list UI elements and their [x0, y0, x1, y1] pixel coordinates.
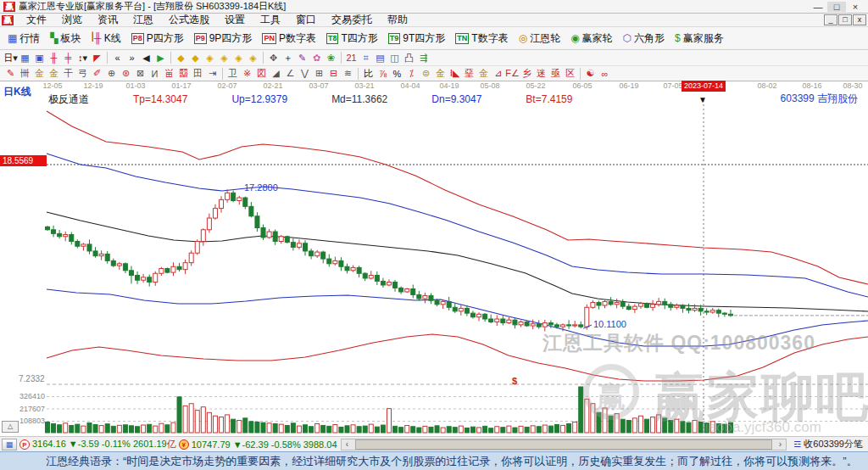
map-tool[interactable]: 図 — [254, 67, 269, 81]
hexagon-button[interactable]: ⬡六角形 — [619, 30, 669, 48]
angle-fan-tool[interactable]: ⊿ — [491, 67, 505, 81]
kline-style-icon[interactable]: ╫ — [47, 51, 61, 64]
mdi-restore-button[interactable]: □ — [838, 14, 852, 25]
gann-diamond-2-button[interactable]: ◆ — [188, 51, 203, 64]
band-tool[interactable]: 卫 — [225, 67, 240, 81]
menu-公式选股[interactable]: 公式选股 — [161, 14, 217, 25]
lattice-tool[interactable]: ⊞ — [312, 67, 326, 81]
window-layout-icon[interactable]: ▦ — [18, 51, 32, 64]
scale-dropdown[interactable]: ↕▾ — [75, 51, 90, 64]
infinity-icon[interactable]: ∞ — [598, 67, 612, 81]
mdi-close-button[interactable]: x — [853, 14, 866, 25]
fence-tool[interactable]: 羀 — [176, 67, 191, 81]
crosshair-button[interactable]: ＋ — [281, 51, 295, 64]
first-bar-button[interactable]: « — [110, 51, 125, 64]
grid-frame-tool[interactable]: 田 — [191, 67, 205, 81]
kline-style2-icon[interactable]: ╪ — [61, 51, 75, 64]
indicator-flag-icon[interactable]: ◤ — [90, 51, 104, 64]
hatch-tool[interactable]: 卌 — [18, 67, 32, 81]
chart-horizontal-scrollbar[interactable]: ‹ › — [341, 439, 787, 450]
menu-工具[interactable]: 工具 — [253, 14, 288, 25]
star-cycle-tool[interactable]: ⊛ — [119, 67, 133, 81]
clover-tool-button[interactable]: ❀ — [324, 51, 338, 64]
p-table-button[interactable]: PNP数字表 — [258, 30, 320, 48]
angle-tool[interactable]: ∠ — [283, 67, 298, 81]
gann-wheel-button[interactable]: ◎江恩轮 — [515, 30, 565, 48]
p9-square-button[interactable]: P99P四方形 — [190, 30, 257, 48]
calculator-button[interactable]: ⌗ — [359, 51, 373, 64]
pagoda-tool[interactable]: 畄 — [162, 67, 176, 81]
gann-diamond-1-button[interactable]: ◆ — [174, 51, 188, 64]
ratio-tool[interactable]: 比 — [361, 67, 376, 81]
menu-资讯[interactable]: 资讯 — [90, 14, 125, 25]
percent-retrace-tool[interactable]: ⅞ — [376, 67, 390, 81]
report-panel-icon[interactable]: ▣ — [32, 51, 47, 64]
golden-circle-tool[interactable]: ⊜ — [419, 67, 433, 81]
gann-diamond-5-button[interactable]: ◈ — [231, 51, 246, 64]
menu-江恩[interactable]: 江恩 — [125, 14, 161, 25]
kline-button[interactable]: ꟾ╫K线 — [87, 30, 125, 48]
p-square-button[interactable]: P8P四方形 — [127, 30, 188, 48]
wedge-tool[interactable]: ◢ — [269, 67, 283, 81]
quote-grid-button[interactable]: ▦ — [2, 439, 17, 450]
winner-wheel-button[interactable]: ◉赢家轮 — [566, 30, 616, 48]
menu-窗口[interactable]: 窗口 — [288, 14, 324, 25]
zone-tool[interactable]: 亟 — [548, 67, 563, 81]
slats-tool[interactable]: ≋ — [341, 67, 355, 81]
gann-diamond-4-button[interactable]: ◈ — [217, 51, 231, 64]
tick-span-tool[interactable]: ⇥ — [205, 67, 220, 81]
save-button[interactable]: ◫ — [387, 51, 402, 64]
yin-yang-icon[interactable]: ☯ — [583, 67, 598, 81]
cycle-box-tool[interactable]: 区 — [563, 67, 577, 81]
next-bar-button[interactable]: ▶ — [153, 51, 168, 64]
f-angle-tool[interactable]: F∠ — [505, 67, 520, 81]
t-square-button[interactable]: T8T四方形 — [322, 30, 382, 48]
t9-square-button[interactable]: T99T四方形 — [384, 30, 450, 48]
gann-grid-gold-tool[interactable]: 金 — [32, 67, 47, 81]
scroll-right-arrow[interactable]: › — [774, 439, 786, 449]
close-button[interactable]: × — [846, 2, 865, 12]
last-bar-button[interactable]: » — [125, 51, 139, 64]
pane-splitter-up-button[interactable]: △ — [2, 421, 19, 433]
prev-bar-button[interactable]: ◀ — [139, 51, 153, 64]
tab-daily-kline[interactable]: 日K线 — [3, 85, 31, 99]
pen-tool[interactable]: ✎ — [3, 67, 18, 81]
zoom-tool-button[interactable]: ✎ — [295, 51, 309, 64]
press-tool[interactable]: 堊 — [462, 67, 476, 81]
notebook-button[interactable]: ▤ — [373, 51, 387, 64]
shanghai-index-icon[interactable]: P — [19, 439, 30, 450]
restore-button[interactable]: □ — [827, 2, 846, 12]
sectors-button[interactable]: ▚板块 — [46, 30, 85, 48]
spiral-tool[interactable]: 弓 — [75, 67, 90, 81]
truck-button[interactable]: ⇶ — [416, 51, 431, 64]
rays-tool[interactable]: ※ — [240, 67, 254, 81]
menu-浏览[interactable]: 浏览 — [54, 14, 90, 25]
menu-设置[interactable]: 设置 — [217, 14, 253, 25]
gann-diamond-3-button[interactable]: ◈ — [203, 51, 217, 64]
wave-tool[interactable]: И — [147, 67, 162, 81]
minimize-button[interactable]: — — [809, 2, 827, 12]
circle-cross-tool[interactable]: ⊕ — [104, 67, 119, 81]
lattice2-tool[interactable]: ⊟ — [326, 67, 341, 81]
ink-tool[interactable]: Ⅰ◣ — [448, 67, 462, 81]
menu-文件[interactable]: 文件 — [19, 14, 54, 25]
angle-pen-tool[interactable]: ✐ — [90, 67, 104, 81]
vee-tool[interactable]: ⋁ — [298, 67, 312, 81]
scroll-left-arrow[interactable]: ‹ — [342, 439, 353, 449]
gold-press-tool[interactable]: 金 — [476, 67, 491, 81]
box-grid-tool[interactable]: ⊠ — [133, 67, 147, 81]
calendar-button[interactable]: 21 — [344, 51, 359, 64]
percent-tool[interactable]: % — [390, 67, 404, 81]
pan-hand-button[interactable]: ✥ — [266, 51, 281, 64]
tick-data-link[interactable]: ☲ 收603399分笔 — [790, 438, 866, 450]
level-tool[interactable]: 干 — [61, 67, 75, 81]
mdi-minimize-button[interactable]: _ — [824, 14, 837, 25]
multi-fan-tool[interactable]: 乡 — [520, 67, 534, 81]
golden-line-tool[interactable]: 金 — [433, 67, 448, 81]
print-button[interactable]: 凸 — [402, 51, 416, 64]
shenzhen-index-icon[interactable]: ¥ — [179, 439, 189, 450]
percent-line-tool[interactable]: ⁒ — [404, 67, 419, 81]
t-table-button[interactable]: TNT数字表 — [451, 30, 512, 48]
scrollbar-thumb[interactable] — [355, 439, 773, 450]
menu-交易委托[interactable]: 交易委托 — [324, 14, 380, 25]
